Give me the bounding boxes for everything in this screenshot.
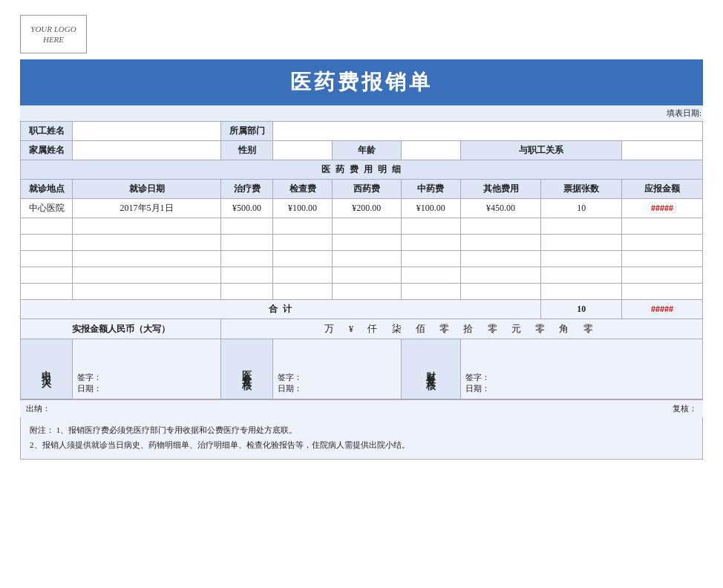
detail-section-title: 医 药 费 用 明 细 [21, 160, 703, 180]
cell-exam-4 [273, 267, 333, 284]
sig-finance-label: 财务复核 [401, 339, 460, 399]
cell-other-0: ¥450.00 [460, 199, 541, 218]
employee-name-value [73, 122, 221, 141]
cell-chinese-1 [401, 218, 460, 235]
cell-western-5 [333, 284, 402, 300]
sig-medical-label: 医务复核 [221, 339, 273, 399]
sig-applicant-content: 签字： 日期： [73, 339, 221, 399]
employee-row: 职工姓名 所属部门 [21, 122, 703, 141]
header-area: YOUR LOGO HERE [20, 15, 703, 53]
cell-treatment-5 [221, 284, 273, 300]
finance-sign-label: 签字： [465, 372, 698, 383]
cell-western-4 [333, 267, 402, 284]
table-row: 中心医院 2017年5月1日 ¥500.00 ¥100.00 ¥200.00 ¥… [21, 199, 703, 218]
cell-chinese-4 [401, 267, 460, 284]
cell-treatment-3 [221, 251, 273, 267]
note-2: 2、报销人须提供就诊当日病史、药物明细单、治疗明细单、检查化验报告等，住院病人需… [30, 438, 693, 453]
total-label: 合 计 [21, 300, 541, 319]
cell-receipts-5 [541, 284, 622, 300]
cell-amount-5 [622, 284, 703, 300]
cell-exam-0: ¥100.00 [273, 199, 333, 218]
relation-label: 与职工关系 [460, 141, 622, 160]
cell-western-3 [333, 251, 402, 267]
finance-date-label: 日期： [465, 383, 698, 394]
cell-location-0: 中心医院 [21, 199, 73, 218]
cell-treatment-2 [221, 235, 273, 251]
total-row: 合 计 10 ##### [21, 300, 703, 319]
col-receipts: 票据张数 [541, 180, 622, 199]
cashier-label: 出纳： [26, 403, 50, 414]
applicant-date-label: 日期： [77, 383, 216, 394]
cell-exam-3 [273, 251, 333, 267]
cell-exam-2 [273, 235, 333, 251]
cell-location-1 [21, 218, 73, 235]
cell-other-2 [460, 235, 541, 251]
cell-other-4 [460, 267, 541, 284]
applicant-sign-label: 签字： [77, 372, 216, 383]
col-exam: 检查费 [273, 180, 333, 199]
cell-amount-2 [622, 235, 703, 251]
cell-amount-3 [622, 251, 703, 267]
age-label: 年龄 [333, 141, 402, 160]
logo-text: YOUR LOGO HERE [30, 24, 76, 45]
col-other: 其他费用 [460, 180, 541, 199]
cell-location-2 [21, 235, 73, 251]
cell-treatment-0: ¥500.00 [221, 199, 273, 218]
cell-receipts-1 [541, 218, 622, 235]
title-bar: 医药费报销单 [20, 59, 703, 105]
col-amount: 应报金额 [622, 180, 703, 199]
rmb-label: 实报金额人民币（大写） [21, 319, 221, 339]
department-label: 所属部门 [221, 122, 273, 141]
rmb-values: 万 ¥ 仟 柒 佰 零 拾 零 元 零 角 零 [221, 319, 703, 339]
column-header-row: 就诊地点 就诊日期 治疗费 检查费 西药费 中药费 其他费用 票据张数 应报金额 [21, 180, 703, 199]
gender-value [273, 141, 333, 160]
cell-amount-0: ##### [622, 199, 703, 218]
col-date: 就诊日期 [73, 180, 221, 199]
cell-date-0: 2017年5月1日 [73, 199, 221, 218]
cell-date-1 [73, 218, 221, 235]
signature-row: 申报人 签字： 日期： 医务复核 签字： 日期： 财务复核 签字： [21, 339, 703, 399]
table-row [21, 284, 703, 300]
department-value [273, 122, 703, 141]
medical-date-label: 日期： [278, 383, 396, 394]
col-chinese: 中药费 [401, 180, 460, 199]
medical-sign-label: 签字： [278, 372, 396, 383]
family-name-label: 家属姓名 [21, 141, 73, 160]
relation-value [622, 141, 703, 160]
col-location: 就诊地点 [21, 180, 73, 199]
form-title: 医药费报销单 [290, 71, 433, 94]
main-table: 职工姓名 所属部门 家属姓名 性别 年龄 与职工关系 医 药 费 用 明 细 就… [20, 121, 703, 399]
total-receipts: 10 [541, 300, 622, 319]
cell-date-3 [73, 251, 221, 267]
review-label: 复核： [673, 403, 697, 414]
detail-section-header-row: 医 药 费 用 明 细 [21, 160, 703, 180]
cell-location-5 [21, 284, 73, 300]
cell-location-4 [21, 267, 73, 284]
cell-date-5 [73, 284, 221, 300]
col-western: 西药费 [333, 180, 402, 199]
cashier-row: 出纳： 复核： [20, 399, 703, 417]
cell-exam-1 [273, 218, 333, 235]
gender-label: 性别 [221, 141, 273, 160]
family-row: 家属姓名 性别 年龄 与职工关系 [21, 141, 703, 160]
cell-amount-1 [622, 218, 703, 235]
cell-western-2 [333, 235, 402, 251]
cell-date-2 [73, 235, 221, 251]
cell-receipts-2 [541, 235, 622, 251]
sig-finance-content: 签字： 日期： [460, 339, 702, 399]
cell-receipts-4 [541, 267, 622, 284]
cell-other-1 [460, 218, 541, 235]
cell-western-1 [333, 218, 402, 235]
page-wrapper: YOUR LOGO HERE 医药费报销单 填表日期: 职工姓名 所属部门 家属… [20, 15, 703, 460]
cell-western-0: ¥200.00 [333, 199, 402, 218]
cell-other-3 [460, 251, 541, 267]
table-row [21, 251, 703, 267]
cell-exam-5 [273, 284, 333, 300]
cell-location-3 [21, 251, 73, 267]
fill-date-label: 填表日期: [667, 108, 701, 117]
family-name-value [73, 141, 221, 160]
cell-chinese-0: ¥100.00 [401, 199, 460, 218]
cell-receipts-0: 10 [541, 199, 622, 218]
age-value [401, 141, 460, 160]
cell-treatment-4 [221, 267, 273, 284]
